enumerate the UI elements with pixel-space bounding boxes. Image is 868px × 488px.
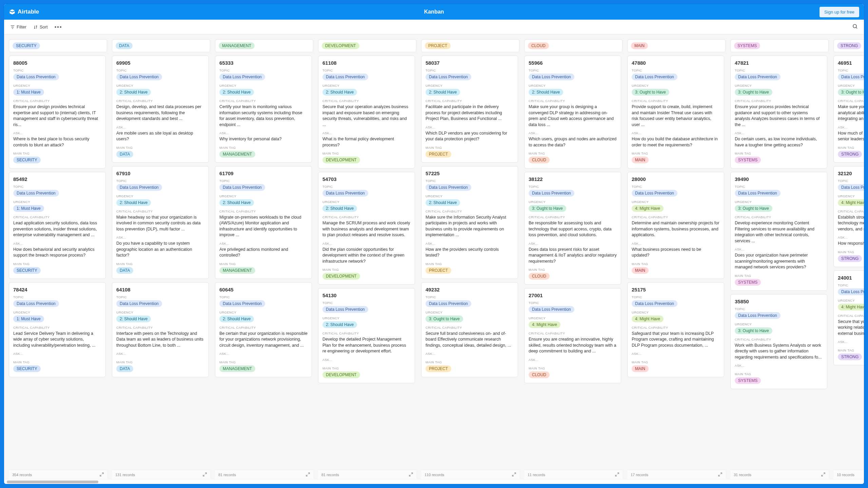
logo[interactable]: Airtable [9, 8, 39, 15]
ask-label: ASK... [838, 340, 864, 344]
maintag-pill: SYSTEMS [735, 377, 761, 384]
horizontal-scrollbar[interactable] [4, 479, 864, 484]
card-list[interactable]: 55966TOPICData Loss PreventionURGENCY2: … [524, 56, 623, 470]
cc-label: CRITICAL CAPABILITY [426, 209, 514, 213]
urgency-pill: 4: Might Have [529, 321, 560, 328]
maintag-label: MAIN TAG [13, 151, 101, 155]
card-list[interactable]: 65333TOPICData Loss PreventionURGENCY2: … [215, 56, 313, 470]
urgency-pill: 2: Should Have [116, 316, 151, 322]
column-header[interactable]: DEVELOPMENT [318, 39, 416, 52]
card-list[interactable]: 88005TOPICData Loss PreventionURGENCY1: … [9, 56, 107, 470]
card-id: 60645 [219, 287, 308, 292]
column-header[interactable]: SYSTEMS [730, 39, 829, 52]
card-id: 69905 [116, 60, 204, 66]
kanban-card[interactable]: 32120TOPICData Loss PreventionURGENCY4: … [833, 166, 864, 267]
kanban-card[interactable]: 54703TOPICData Loss PreventionURGENCY2: … [318, 172, 415, 285]
maintag-label: MAIN TAG [426, 262, 514, 266]
kanban-card[interactable]: 57225TOPICData Loss PreventionURGENCY2: … [421, 166, 518, 279]
expand-icon[interactable] [409, 472, 413, 477]
card-list[interactable]: 46951TOPICData Loss PreventionURGENCY3: … [833, 56, 864, 470]
maintag-label: MAIN TAG [13, 262, 101, 266]
column-header[interactable]: STRONG [833, 39, 864, 52]
maintag-pill: DEVELOPMENT [322, 371, 360, 378]
column-footer: 81 records [215, 470, 313, 479]
column-header[interactable]: DATA [112, 39, 210, 52]
kanban-card[interactable]: 27001TOPICData Loss PreventionURGENCY4: … [524, 288, 621, 383]
urgency-label: URGENCY [219, 194, 308, 198]
cc-text: Work with Business Systems Analysts or w… [735, 343, 823, 361]
kanban-card[interactable]: 58037TOPICData Loss PreventionURGENCY2: … [421, 56, 518, 163]
topic-pill: Data Loss Prevention [426, 184, 471, 191]
topic-pill: Data Loss Prevention [735, 190, 781, 197]
urgency-label: URGENCY [735, 322, 823, 326]
kanban-card[interactable]: 55966TOPICData Loss PreventionURGENCY2: … [524, 56, 621, 168]
search-button[interactable] [852, 24, 858, 30]
kanban-card[interactable]: 78424TOPICData Loss PreventionURGENCY1: … [9, 282, 106, 378]
column-header[interactable]: PROJECT [421, 39, 519, 52]
maintag-label: MAIN TAG [838, 348, 864, 352]
kanban-card[interactable]: 69905TOPICData Loss PreventionURGENCY2: … [112, 56, 209, 163]
column-header[interactable]: MAIN [627, 39, 726, 52]
kanban-card[interactable]: 54130TOPICData Loss PreventionURGENCY2: … [318, 288, 415, 383]
sort-button[interactable]: Sort [33, 24, 48, 29]
maintag-label: MAIN TAG [838, 146, 864, 149]
column-management: MANAGEMENT65333TOPICData Loss Prevention… [215, 39, 313, 479]
kanban-card[interactable]: 49232TOPICData Loss PreventionURGENCY3: … [421, 282, 518, 378]
column-security: SECURITY88005TOPICData Loss PreventionUR… [9, 39, 107, 479]
topic-pill: Data Loss Prevention [426, 74, 471, 80]
kanban-board[interactable]: SECURITY88005TOPICData Loss PreventionUR… [4, 35, 864, 479]
kanban-card[interactable]: 47880TOPICData Loss PreventionURGENCY3: … [627, 56, 724, 168]
expand-icon[interactable] [100, 472, 104, 477]
card-list[interactable]: 47880TOPICData Loss PreventionURGENCY3: … [627, 56, 726, 470]
kanban-card[interactable]: 65333TOPICData Loss PreventionURGENCY2: … [215, 56, 312, 163]
urgency-pill: 4: Might Have [838, 304, 864, 310]
kanban-card[interactable]: 46951TOPICData Loss PreventionURGENCY3: … [833, 56, 864, 163]
kanban-card[interactable]: 28000TOPICData Loss PreventionURGENCY4: … [627, 172, 724, 279]
kanban-card[interactable]: 39490TOPICData Loss PreventionURGENCY3: … [730, 172, 827, 291]
expand-icon[interactable] [203, 472, 207, 477]
kanban-card[interactable]: 47821TOPICData Loss PreventionURGENCY3: … [730, 56, 827, 168]
scroll-thumb[interactable] [7, 481, 98, 483]
cc-label: CRITICAL CAPABILITY [632, 215, 720, 219]
expand-icon[interactable] [615, 472, 619, 477]
expand-icon[interactable] [821, 472, 825, 477]
card-list[interactable]: 69905TOPICData Loss PreventionURGENCY2: … [112, 56, 210, 470]
card-list[interactable]: 47821TOPICData Loss PreventionURGENCY3: … [730, 56, 829, 470]
kanban-card[interactable]: 60645TOPICData Loss PreventionURGENCY2: … [215, 282, 312, 378]
filter-button[interactable]: Filter [10, 24, 26, 29]
column-header[interactable]: MANAGEMENT [215, 39, 313, 52]
kanban-card[interactable]: 35850TOPICData Loss PreventionURGENCY3: … [730, 294, 827, 389]
ask-text: How do you build the database architectu… [632, 136, 720, 148]
ask-text: Are privileged actions monitored and con… [219, 247, 308, 259]
urgency-label: URGENCY [735, 84, 823, 87]
urgency-pill: 4: Might Have [838, 199, 864, 206]
kanban-card[interactable]: 67910TOPICData Loss PreventionURGENCY2: … [112, 166, 209, 279]
expand-icon[interactable] [306, 472, 310, 477]
signup-button[interactable]: Sign up for free [820, 7, 859, 17]
expand-icon[interactable] [718, 472, 722, 477]
column-header[interactable]: CLOUD [524, 39, 623, 52]
ask-text: Are mobile users as site loyal as deskto… [116, 130, 204, 142]
maintag-label: MAIN TAG [219, 360, 308, 364]
maintag-pill: STRONG [838, 353, 862, 360]
kanban-card[interactable]: 38122TOPICData Loss PreventionURGENCY3: … [524, 172, 621, 285]
urgency-label: URGENCY [529, 316, 617, 320]
column-pill: MANAGEMENT [219, 42, 255, 49]
kanban-card[interactable]: 25175TOPICData Loss PreventionURGENCY4: … [627, 282, 724, 378]
column-header[interactable]: SECURITY [9, 39, 107, 52]
kanban-card[interactable]: 88005TOPICData Loss PreventionURGENCY1: … [9, 56, 106, 168]
maintag-label: MAIN TAG [529, 151, 617, 155]
kanban-card[interactable]: 61709TOPICData Loss PreventionURGENCY2: … [215, 166, 312, 279]
kanban-card[interactable]: 61108TOPICData Loss PreventionURGENCY2: … [318, 56, 415, 168]
kanban-card[interactable]: 85492TOPICData Loss PreventionURGENCY1: … [9, 172, 106, 279]
maintag-pill: MANAGEMENT [219, 267, 255, 274]
expand-icon[interactable] [512, 472, 516, 477]
urgency-pill: 2: Should Have [322, 89, 357, 96]
more-button[interactable]: ••• [55, 24, 62, 30]
topic-label: TOPIC [735, 307, 823, 311]
kanban-card[interactable]: 64108TOPICData Loss PreventionURGENCY2: … [112, 282, 209, 378]
kanban-card[interactable]: 24001TOPICData Loss PreventionURGENCY4: … [833, 270, 864, 366]
card-list[interactable]: 61108TOPICData Loss PreventionURGENCY2: … [318, 56, 416, 470]
topic-pill: Data Loss Prevention [426, 300, 471, 307]
card-list[interactable]: 58037TOPICData Loss PreventionURGENCY2: … [421, 56, 519, 470]
